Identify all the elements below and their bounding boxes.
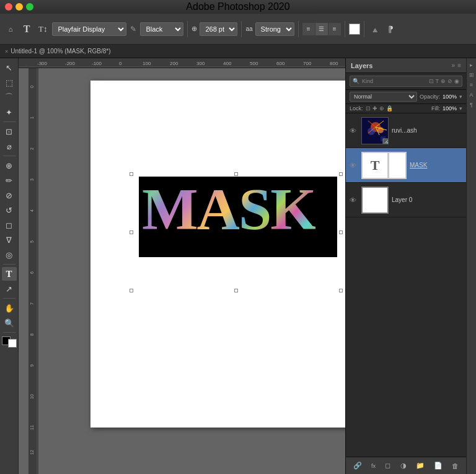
main-workspace: ↖ ⬚ ⌒ ✦ ⊡ ⌀ ⊕ ✏ ⊘ ↺ ◻ ∇ ◎ T ↗ ✋ 🔍 [0, 58, 476, 474]
blend-mode-select[interactable]: Normal [350, 92, 417, 102]
lock-pixels-icon[interactable]: ⊡ [366, 105, 371, 112]
layers-header-icons: » ≡ [452, 62, 461, 69]
close-button[interactable] [5, 3, 12, 11]
filter-icon2[interactable]: T [436, 78, 439, 84]
lock-label: Lock: [350, 105, 363, 112]
layer-name-mask: MASK [410, 162, 462, 169]
eyedropper-tool[interactable]: ⌀ [2, 139, 17, 153]
tab-close[interactable]: × [5, 48, 8, 55]
history-tool[interactable]: ↺ [2, 203, 17, 217]
font-family-select[interactable]: Playfair Display [52, 22, 126, 36]
color-swatch[interactable] [349, 24, 360, 35]
expand-icon[interactable]: » [452, 62, 456, 69]
layer-item-mask[interactable]: 👁 T MASK [346, 148, 466, 183]
title-bar: Adobe Photoshop 2020 [0, 0, 476, 14]
heal-tool[interactable]: ⊕ [2, 159, 17, 172]
hand-tool[interactable]: ✋ [2, 301, 17, 315]
char-button[interactable]: ¶ [467, 100, 476, 109]
panels-button[interactable]: ⊞ [467, 71, 476, 79]
svg-text:12: 12 [30, 450, 34, 455]
svg-text:200: 200 [170, 61, 178, 66]
opacity-value[interactable]: 100% [443, 94, 457, 100]
move-tool[interactable]: ↖ [2, 61, 17, 74]
style-button[interactable]: A [467, 90, 476, 99]
layer-visibility-background[interactable]: 👁 [350, 196, 358, 204]
lock-all-icon[interactable]: 🔒 [386, 105, 393, 112]
filter-icon3[interactable]: ⊕ [441, 78, 446, 84]
search-bar: 🔍 Kind ⊡ T ⊕ ⊘ ◉ [350, 76, 462, 87]
align-right-button[interactable]: ≡ [328, 23, 341, 35]
fx-button[interactable]: fx [371, 463, 376, 469]
document-tab[interactable]: × Untitled-1 @ 100% (MASK, RGB/8*) [5, 48, 111, 55]
svg-text:0: 0 [30, 86, 34, 88]
eraser-tool[interactable]: ◻ [2, 218, 17, 232]
new-layer-button[interactable]: 📄 [434, 462, 443, 470]
background-color[interactable] [8, 339, 17, 348]
layer-item-fireworks[interactable]: 👁 🔗 [346, 113, 466, 148]
text-orientation-button[interactable]: T↕ [36, 21, 50, 37]
layers-panel: Layers » ≡ 🔍 Kind ⊡ T ⊕ ⊘ ◉ [345, 58, 466, 474]
font-size-select[interactable]: 268 pt [200, 22, 237, 36]
filter-icon5[interactable]: ◉ [454, 78, 459, 84]
layer-item-background[interactable]: 👁 Layer 0 [346, 183, 466, 217]
search-icon: 🔍 [353, 78, 359, 84]
traffic-lights[interactable] [5, 3, 33, 11]
lock-position-icon[interactable]: ✚ [372, 105, 377, 112]
separator [187, 21, 188, 37]
layer-visibility-fireworks[interactable]: 👁 [350, 127, 358, 134]
options-button[interactable]: ≡ [467, 81, 476, 89]
path-tool[interactable]: ↗ [2, 282, 17, 296]
crop-tool[interactable]: ⊡ [2, 125, 17, 138]
align-left-button[interactable]: ≡ [302, 23, 315, 35]
align-center-button[interactable]: ☰ [315, 23, 328, 35]
magic-wand-tool[interactable]: ✦ [2, 105, 17, 119]
anti-alias-select[interactable]: Strong [255, 22, 294, 36]
search-placeholder[interactable]: Kind [362, 78, 373, 84]
layers-blend-options: Normal Opacity: 100% ▾ [346, 90, 466, 104]
zoom-tool[interactable]: 🔍 [2, 316, 17, 330]
layers-lock-fill: Lock: ⊡ ✚ ⊕ 🔒 Fill: 100% ▾ [346, 104, 466, 113]
maximize-button[interactable] [26, 3, 33, 11]
filter-icon1[interactable]: ⊡ [429, 78, 434, 84]
minimize-button[interactable] [15, 3, 23, 11]
select-tool[interactable]: ⬚ [2, 76, 17, 89]
menu-icon[interactable]: ≡ [457, 62, 461, 69]
lock-artboard-icon[interactable]: ⊕ [379, 105, 384, 112]
link-layers-button[interactable]: 🔗 [353, 462, 362, 470]
adjustment-button[interactable]: ◑ [400, 462, 407, 470]
gradient-tool[interactable]: ∇ [2, 233, 17, 247]
font-size-label: ⊕ [192, 25, 197, 33]
fill-arrow[interactable]: ▾ [459, 105, 462, 112]
font-color-select[interactable]: Black [140, 22, 183, 36]
lasso-tool[interactable]: ⌒ [2, 90, 17, 104]
dock-button[interactable]: ▸ [467, 61, 476, 69]
svg-text:500: 500 [250, 61, 258, 66]
left-toolbar: ↖ ⬚ ⌒ ✦ ⊡ ⌀ ⊕ ✏ ⊘ ↺ ◻ ∇ ◎ T ↗ ✋ 🔍 [0, 58, 19, 474]
add-mask-button[interactable]: ◻ [385, 462, 390, 470]
search-filter-icons: ⊡ T ⊕ ⊘ ◉ [429, 78, 460, 84]
opacity-arrow[interactable]: ▾ [459, 94, 462, 100]
layer-visibility-mask[interactable]: 👁 [350, 162, 358, 169]
separator3 [298, 21, 299, 37]
toolbar: ⌂ T T↕ Playfair Display ✎ Black ⊕ 268 pt… [0, 14, 476, 45]
brush-tool[interactable]: ✏ [2, 173, 17, 187]
blur-tool[interactable]: ◎ [2, 248, 17, 261]
layers-spacer [346, 217, 466, 457]
stamp-tool[interactable]: ⊘ [2, 188, 17, 202]
text-tool[interactable]: T [2, 267, 17, 281]
separator2 [241, 21, 242, 37]
canvas-area[interactable]: -300 -200 -100 0 100 200 300 400 500 600… [19, 58, 345, 474]
mask-text-area: MASK [139, 177, 337, 257]
delete-layer-button[interactable]: 🗑 [452, 462, 459, 470]
svg-text:-200: -200 [65, 61, 76, 66]
filter-icon4[interactable]: ⊘ [447, 78, 452, 84]
new-group-button[interactable]: 📁 [416, 462, 425, 470]
character-panel-button[interactable]: ⁋ [384, 21, 398, 37]
warp-text-button[interactable]: ⟁ [368, 21, 382, 37]
tool-separator [3, 121, 15, 122]
text-tool-button[interactable]: T [20, 21, 33, 37]
fill-value[interactable]: 100% [443, 105, 457, 112]
svg-text:0: 0 [119, 61, 122, 66]
svg-text:11: 11 [30, 425, 34, 430]
home-button[interactable]: ⌂ [4, 21, 17, 37]
